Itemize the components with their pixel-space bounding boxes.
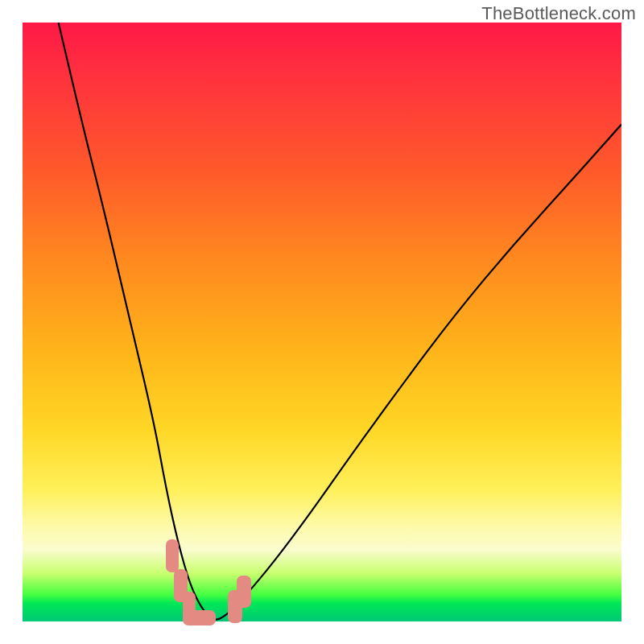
data-marker [183,610,216,625]
bottleneck-curve [23,23,621,621]
plot-area [23,23,621,621]
data-marker [166,539,179,572]
watermark-text: TheBottleneck.com [481,3,636,24]
data-marker [237,576,251,607]
chart-frame: TheBottleneck.com [0,0,644,644]
